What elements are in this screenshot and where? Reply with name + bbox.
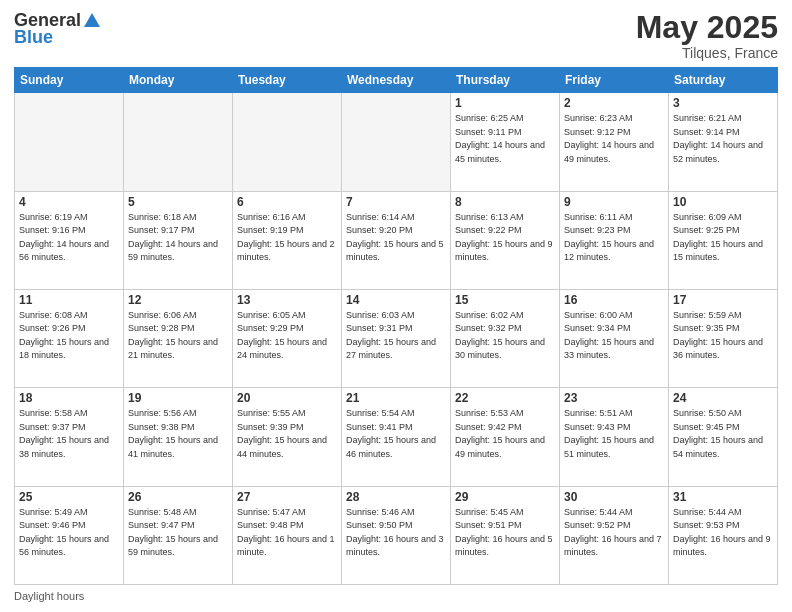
day-number: 12 — [128, 293, 228, 307]
day-number: 16 — [564, 293, 664, 307]
day-info: Sunrise: 5:53 AM Sunset: 9:42 PM Dayligh… — [455, 407, 555, 461]
day-number: 21 — [346, 391, 446, 405]
day-info: Sunrise: 6:21 AM Sunset: 9:14 PM Dayligh… — [673, 112, 773, 166]
day-number: 28 — [346, 490, 446, 504]
day-info: Sunrise: 6:05 AM Sunset: 9:29 PM Dayligh… — [237, 309, 337, 363]
day-info: Sunrise: 6:19 AM Sunset: 9:16 PM Dayligh… — [19, 211, 119, 265]
col-sunday: Sunday — [15, 68, 124, 93]
table-row: 22Sunrise: 5:53 AM Sunset: 9:42 PM Dayli… — [451, 388, 560, 486]
table-row: 15Sunrise: 6:02 AM Sunset: 9:32 PM Dayli… — [451, 289, 560, 387]
day-number: 11 — [19, 293, 119, 307]
table-row: 26Sunrise: 5:48 AM Sunset: 9:47 PM Dayli… — [124, 486, 233, 584]
day-info: Sunrise: 6:14 AM Sunset: 9:20 PM Dayligh… — [346, 211, 446, 265]
day-info: Sunrise: 6:06 AM Sunset: 9:28 PM Dayligh… — [128, 309, 228, 363]
day-info: Sunrise: 6:23 AM Sunset: 9:12 PM Dayligh… — [564, 112, 664, 166]
daylight-label: Daylight hours — [14, 590, 84, 602]
title-month: May 2025 — [636, 10, 778, 45]
calendar-body: 1Sunrise: 6:25 AM Sunset: 9:11 PM Daylig… — [15, 93, 778, 585]
table-row: 5Sunrise: 6:18 AM Sunset: 9:17 PM Daylig… — [124, 191, 233, 289]
col-saturday: Saturday — [669, 68, 778, 93]
table-row: 21Sunrise: 5:54 AM Sunset: 9:41 PM Dayli… — [342, 388, 451, 486]
day-number: 6 — [237, 195, 337, 209]
day-info: Sunrise: 5:58 AM Sunset: 9:37 PM Dayligh… — [19, 407, 119, 461]
day-info: Sunrise: 5:50 AM Sunset: 9:45 PM Dayligh… — [673, 407, 773, 461]
table-row: 19Sunrise: 5:56 AM Sunset: 9:38 PM Dayli… — [124, 388, 233, 486]
day-info: Sunrise: 5:44 AM Sunset: 9:53 PM Dayligh… — [673, 506, 773, 560]
day-info: Sunrise: 5:56 AM Sunset: 9:38 PM Dayligh… — [128, 407, 228, 461]
table-row: 10Sunrise: 6:09 AM Sunset: 9:25 PM Dayli… — [669, 191, 778, 289]
table-row: 16Sunrise: 6:00 AM Sunset: 9:34 PM Dayli… — [560, 289, 669, 387]
calendar-week-row: 1Sunrise: 6:25 AM Sunset: 9:11 PM Daylig… — [15, 93, 778, 191]
day-number: 18 — [19, 391, 119, 405]
day-info: Sunrise: 6:13 AM Sunset: 9:22 PM Dayligh… — [455, 211, 555, 265]
day-info: Sunrise: 5:48 AM Sunset: 9:47 PM Dayligh… — [128, 506, 228, 560]
day-number: 17 — [673, 293, 773, 307]
table-row: 3Sunrise: 6:21 AM Sunset: 9:14 PM Daylig… — [669, 93, 778, 191]
table-row: 12Sunrise: 6:06 AM Sunset: 9:28 PM Dayli… — [124, 289, 233, 387]
svg-marker-0 — [84, 13, 100, 27]
day-info: Sunrise: 5:45 AM Sunset: 9:51 PM Dayligh… — [455, 506, 555, 560]
day-info: Sunrise: 6:25 AM Sunset: 9:11 PM Dayligh… — [455, 112, 555, 166]
table-row: 14Sunrise: 6:03 AM Sunset: 9:31 PM Dayli… — [342, 289, 451, 387]
day-number: 15 — [455, 293, 555, 307]
header: General Blue May 2025 Tilques, France — [14, 10, 778, 61]
col-tuesday: Tuesday — [233, 68, 342, 93]
calendar-week-row: 25Sunrise: 5:49 AM Sunset: 9:46 PM Dayli… — [15, 486, 778, 584]
day-number: 27 — [237, 490, 337, 504]
day-number: 20 — [237, 391, 337, 405]
day-info: Sunrise: 5:55 AM Sunset: 9:39 PM Dayligh… — [237, 407, 337, 461]
col-friday: Friday — [560, 68, 669, 93]
calendar-table: Sunday Monday Tuesday Wednesday Thursday… — [14, 67, 778, 585]
table-row: 18Sunrise: 5:58 AM Sunset: 9:37 PM Dayli… — [15, 388, 124, 486]
table-row: 30Sunrise: 5:44 AM Sunset: 9:52 PM Dayli… — [560, 486, 669, 584]
table-row: 1Sunrise: 6:25 AM Sunset: 9:11 PM Daylig… — [451, 93, 560, 191]
day-info: Sunrise: 6:08 AM Sunset: 9:26 PM Dayligh… — [19, 309, 119, 363]
table-row — [15, 93, 124, 191]
day-number: 8 — [455, 195, 555, 209]
day-number: 10 — [673, 195, 773, 209]
day-number: 2 — [564, 96, 664, 110]
col-monday: Monday — [124, 68, 233, 93]
day-number: 13 — [237, 293, 337, 307]
table-row: 29Sunrise: 5:45 AM Sunset: 9:51 PM Dayli… — [451, 486, 560, 584]
calendar-week-row: 18Sunrise: 5:58 AM Sunset: 9:37 PM Dayli… — [15, 388, 778, 486]
table-row: 11Sunrise: 6:08 AM Sunset: 9:26 PM Dayli… — [15, 289, 124, 387]
day-info: Sunrise: 6:00 AM Sunset: 9:34 PM Dayligh… — [564, 309, 664, 363]
table-row: 23Sunrise: 5:51 AM Sunset: 9:43 PM Dayli… — [560, 388, 669, 486]
title-block: May 2025 Tilques, France — [636, 10, 778, 61]
day-number: 19 — [128, 391, 228, 405]
day-number: 23 — [564, 391, 664, 405]
footer: Daylight hours — [14, 590, 778, 602]
page: General Blue May 2025 Tilques, France Su… — [0, 0, 792, 612]
day-number: 26 — [128, 490, 228, 504]
day-info: Sunrise: 6:03 AM Sunset: 9:31 PM Dayligh… — [346, 309, 446, 363]
table-row: 9Sunrise: 6:11 AM Sunset: 9:23 PM Daylig… — [560, 191, 669, 289]
day-info: Sunrise: 5:54 AM Sunset: 9:41 PM Dayligh… — [346, 407, 446, 461]
day-number: 14 — [346, 293, 446, 307]
day-number: 30 — [564, 490, 664, 504]
table-row: 27Sunrise: 5:47 AM Sunset: 9:48 PM Dayli… — [233, 486, 342, 584]
logo-blue: Blue — [14, 27, 53, 48]
day-info: Sunrise: 6:02 AM Sunset: 9:32 PM Dayligh… — [455, 309, 555, 363]
calendar-header-row: Sunday Monday Tuesday Wednesday Thursday… — [15, 68, 778, 93]
col-wednesday: Wednesday — [342, 68, 451, 93]
day-number: 24 — [673, 391, 773, 405]
table-row: 24Sunrise: 5:50 AM Sunset: 9:45 PM Dayli… — [669, 388, 778, 486]
calendar-week-row: 11Sunrise: 6:08 AM Sunset: 9:26 PM Dayli… — [15, 289, 778, 387]
table-row: 17Sunrise: 5:59 AM Sunset: 9:35 PM Dayli… — [669, 289, 778, 387]
day-number: 22 — [455, 391, 555, 405]
day-number: 29 — [455, 490, 555, 504]
day-number: 3 — [673, 96, 773, 110]
day-info: Sunrise: 6:09 AM Sunset: 9:25 PM Dayligh… — [673, 211, 773, 265]
day-info: Sunrise: 5:49 AM Sunset: 9:46 PM Dayligh… — [19, 506, 119, 560]
table-row: 7Sunrise: 6:14 AM Sunset: 9:20 PM Daylig… — [342, 191, 451, 289]
day-number: 31 — [673, 490, 773, 504]
day-info: Sunrise: 6:11 AM Sunset: 9:23 PM Dayligh… — [564, 211, 664, 265]
day-number: 1 — [455, 96, 555, 110]
day-info: Sunrise: 5:46 AM Sunset: 9:50 PM Dayligh… — [346, 506, 446, 560]
day-number: 7 — [346, 195, 446, 209]
table-row — [233, 93, 342, 191]
table-row: 25Sunrise: 5:49 AM Sunset: 9:46 PM Dayli… — [15, 486, 124, 584]
title-location: Tilques, France — [636, 45, 778, 61]
day-number: 25 — [19, 490, 119, 504]
